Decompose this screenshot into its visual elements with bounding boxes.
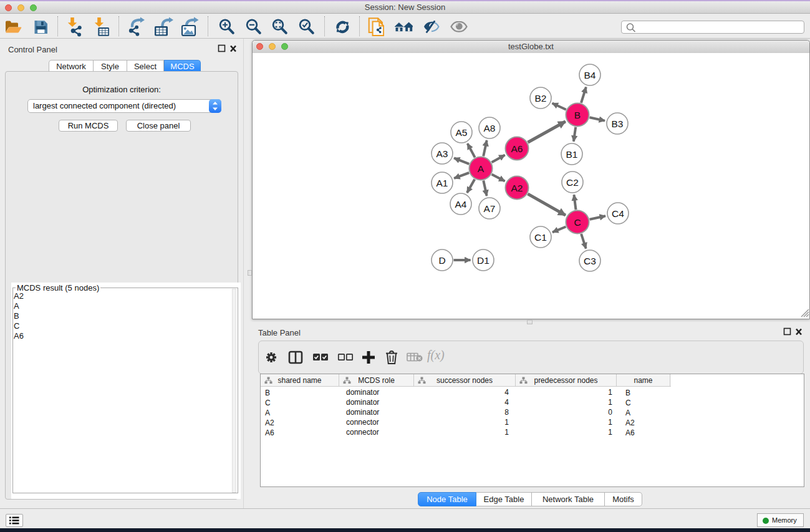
svg-text:B1: B1: [566, 149, 578, 160]
svg-text:A3: A3: [436, 148, 448, 159]
svg-text:A1: A1: [436, 178, 448, 188]
svg-text:B4: B4: [584, 70, 596, 80]
svg-text:A5: A5: [456, 127, 468, 138]
svg-text:B2: B2: [535, 93, 547, 104]
svg-text:A: A: [478, 163, 485, 174]
svg-text:A4: A4: [455, 199, 467, 210]
svg-text:C: C: [574, 217, 581, 228]
svg-text:C4: C4: [612, 208, 624, 219]
svg-text:D: D: [438, 255, 445, 266]
svg-text:A8: A8: [484, 123, 496, 133]
svg-text:A7: A7: [484, 203, 496, 214]
svg-text:A6: A6: [511, 143, 523, 154]
svg-text:C2: C2: [566, 177, 579, 188]
svg-text:D1: D1: [477, 255, 489, 266]
svg-text:B: B: [574, 110, 581, 120]
svg-text:C3: C3: [584, 256, 596, 266]
svg-text:A2: A2: [511, 183, 523, 193]
svg-text:C1: C1: [534, 232, 547, 243]
svg-text:B3: B3: [612, 118, 624, 129]
